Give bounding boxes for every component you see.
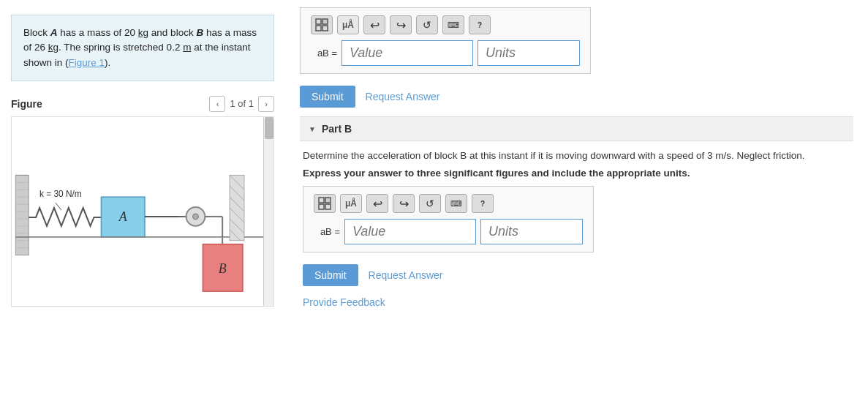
figure-link[interactable]: Figure 1 [69,57,105,68]
part-a-answer-row: aB = [311,40,580,66]
part-b-undo-button[interactable]: ↩ [366,194,388,213]
part-b-refresh-button[interactable]: ↺ [419,194,441,213]
part-a-section: μÅ ↩ ↪ ↺ ⌨ ? aB = Submit Request Answer [300,7,853,108]
problem-text: Block A has a mass of 20 kg and block B … [23,27,257,68]
part-a-value-input[interactable] [341,40,473,66]
svg-point-19 [192,214,198,220]
part-b-value-input[interactable] [344,219,476,244]
svg-text:A: A [118,209,127,224]
part-b-help-button[interactable]: ? [472,194,494,213]
grid-icon-button[interactable] [311,15,333,34]
figure-scrollbar[interactable] [263,117,273,306]
part-a-request-answer-link[interactable]: Request Answer [366,91,440,102]
svg-rect-34 [322,19,328,24]
svg-rect-33 [316,19,321,24]
figure-svg: A [12,117,273,306]
figure-section: Figure ‹ 1 of 1 › [11,96,274,307]
svg-rect-39 [319,204,324,209]
part-b-widget: μÅ ↩ ↪ ↺ ⌨ ? aB = [303,186,594,252]
svg-text:k = 30 N/m: k = 30 N/m [39,189,82,199]
part-b-grid-icon [318,197,331,210]
part-b-section: ▼ Part B Determine the acceleration of b… [300,116,853,308]
svg-line-32 [56,203,61,210]
part-b-action-row: Submit Request Answer [303,264,850,286]
part-b-answer-label: aB = [314,226,340,237]
refresh-button[interactable]: ↺ [416,15,438,34]
svg-rect-35 [316,26,321,31]
svg-rect-36 [322,26,328,31]
figure-nav: ‹ 1 of 1 › [209,96,274,112]
redo-button[interactable]: ↪ [390,15,412,34]
part-a-submit-button[interactable]: Submit [300,86,355,108]
undo-button[interactable]: ↩ [363,15,385,34]
part-a-toolbar: μÅ ↩ ↪ ↺ ⌨ ? [311,15,580,34]
svg-text:B: B [219,261,227,276]
part-a-answer-label: aB = [311,48,337,59]
grid-icon [315,18,328,31]
part-b-content: Determine the acceleration of block B at… [300,149,853,308]
part-b-description: Determine the acceleration of block B at… [303,149,850,163]
part-b-toolbar: μÅ ↩ ↪ ↺ ⌨ ? [314,194,583,213]
right-panel: μÅ ↩ ↪ ↺ ⌨ ? aB = Submit Request Answer … [285,0,868,393]
part-b-instruction: Express your answer to three significant… [303,168,850,179]
svg-rect-40 [325,204,331,209]
part-a-units-input[interactable] [478,40,580,66]
part-b-answer-row: aB = [314,219,583,244]
part-b-redo-button[interactable]: ↪ [393,194,415,213]
nav-next-button[interactable]: › [258,96,274,112]
keyboard-button[interactable]: ⌨ [442,15,464,34]
part-b-units-input[interactable] [480,219,583,244]
part-b-title: Part B [322,123,352,135]
collapse-triangle-icon[interactable]: ▼ [309,125,316,133]
problem-box: Block A has a mass of 20 kg and block B … [11,15,274,81]
provide-feedback-link[interactable]: Provide Feedback [303,296,385,308]
part-b-mu-button[interactable]: μÅ [340,194,362,213]
part-a-widget: μÅ ↩ ↪ ↺ ⌨ ? aB = [300,7,591,74]
figure-nav-text: 1 of 1 [230,98,254,109]
part-b-submit-button[interactable]: Submit [303,264,358,286]
left-panel: Block A has a mass of 20 kg and block B … [0,0,285,393]
mu-button[interactable]: μÅ [337,15,359,34]
help-button[interactable]: ? [469,15,491,34]
part-b-grid-icon-button[interactable] [314,194,336,213]
svg-rect-38 [325,198,331,203]
part-b-header: ▼ Part B [300,116,853,141]
part-b-request-answer-link[interactable]: Request Answer [369,269,443,281]
part-a-action-row: Submit Request Answer [300,86,853,108]
figure-canvas: A [11,116,274,307]
scrollbar-thumb[interactable] [265,117,273,139]
svg-rect-0 [15,175,29,255]
figure-header: Figure ‹ 1 of 1 › [11,96,274,112]
figure-label: Figure [11,98,42,110]
nav-prev-button[interactable]: ‹ [209,96,225,112]
part-b-keyboard-button[interactable]: ⌨ [445,194,467,213]
svg-rect-37 [319,198,324,203]
